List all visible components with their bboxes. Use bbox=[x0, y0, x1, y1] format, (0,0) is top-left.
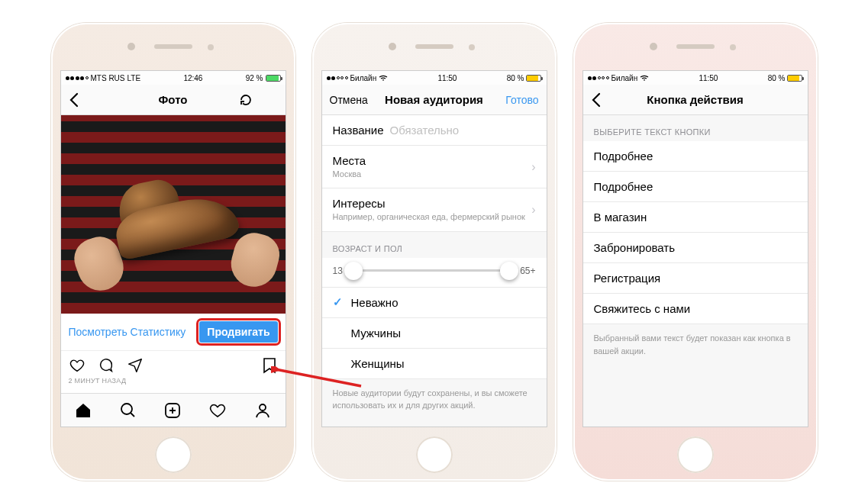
phone-frame-1: MTS RUS LTE 12:46 92 % Фото bbox=[51, 23, 295, 481]
carrier-label: Билайн bbox=[350, 74, 377, 82]
places-label: Места bbox=[333, 154, 366, 167]
option-row[interactable]: Подробнее bbox=[583, 141, 808, 172]
age-max: 65+ bbox=[520, 266, 535, 276]
option-label: Подробнее bbox=[594, 150, 653, 163]
option-row[interactable]: Забронировать bbox=[583, 233, 808, 263]
option-row[interactable]: Регистрация bbox=[583, 263, 808, 294]
home-button[interactable] bbox=[677, 436, 714, 473]
chevron-right-icon: › bbox=[531, 160, 535, 174]
name-label: Название bbox=[333, 124, 384, 137]
search-tab[interactable] bbox=[119, 401, 137, 420]
profile-tab[interactable] bbox=[253, 401, 272, 420]
carrier-label: Билайн bbox=[611, 74, 638, 82]
post-timestamp: 2 МИНУТ НАЗАД bbox=[61, 375, 286, 389]
share-icon[interactable] bbox=[127, 357, 144, 374]
interests-row[interactable]: Интересы Например, органическая еда, фер… bbox=[322, 188, 547, 231]
phone-frame-3: Билайн 11:50 80 % Кнопка действия ВЫБЕРИ… bbox=[573, 23, 818, 481]
tab-bar bbox=[61, 393, 286, 427]
activity-tab[interactable] bbox=[208, 401, 227, 420]
option-label: Забронировать bbox=[594, 241, 676, 254]
wifi-icon bbox=[640, 75, 649, 82]
nav-title: Новая аудитория bbox=[369, 93, 499, 106]
home-button[interactable] bbox=[155, 436, 192, 473]
like-icon[interactable] bbox=[69, 357, 86, 374]
interests-sub: Например, органическая еда, фермерский р… bbox=[333, 211, 525, 222]
age-gender-header: ВОЗРАСТ И ПОЛ bbox=[322, 232, 547, 258]
screen-2: Билайн 11:50 80 % Отмена Новая аудитория… bbox=[321, 70, 547, 427]
add-tab[interactable] bbox=[163, 401, 182, 420]
gender-female-row[interactable]: Женщины bbox=[322, 349, 547, 379]
places-sub: Москва bbox=[333, 169, 366, 179]
age-slider[interactable]: 13 65+ bbox=[322, 258, 547, 288]
back-button[interactable] bbox=[69, 92, 108, 108]
done-button[interactable]: Готово bbox=[499, 94, 539, 106]
section-header: ВЫБЕРИТЕ ТЕКСТ КНОПКИ bbox=[583, 115, 808, 141]
slider-thumb-max[interactable] bbox=[500, 262, 518, 280]
battery-icon bbox=[787, 75, 802, 82]
slider-thumb-min[interactable] bbox=[344, 262, 363, 280]
age-min: 13 bbox=[333, 266, 343, 276]
status-bar: MTS RUS LTE 12:46 92 % bbox=[61, 71, 286, 85]
nav-title: Фото bbox=[108, 93, 238, 106]
network-label: LTE bbox=[127, 74, 141, 82]
screen-1: MTS RUS LTE 12:46 92 % Фото bbox=[60, 70, 286, 427]
name-input[interactable] bbox=[390, 124, 536, 137]
carrier-label: MTS RUS bbox=[91, 74, 125, 82]
status-bar: Билайн 11:50 80 % bbox=[322, 71, 547, 85]
action-bar bbox=[61, 351, 286, 375]
screen-3: Билайн 11:50 80 % Кнопка действия ВЫБЕРИ… bbox=[582, 70, 808, 427]
option-row[interactable]: В магазин bbox=[583, 202, 808, 233]
battery-icon bbox=[266, 75, 281, 82]
nav-bar: Отмена Новая аудитория Готово bbox=[322, 85, 547, 115]
interests-label: Интересы bbox=[333, 197, 525, 210]
view-stats-link[interactable]: Посмотреть Статистику bbox=[69, 326, 186, 338]
promote-button[interactable]: Продвигать bbox=[199, 321, 277, 343]
bookmark-icon[interactable] bbox=[261, 357, 278, 374]
comment-icon[interactable] bbox=[98, 357, 115, 374]
battery-pct: 80 % bbox=[768, 74, 786, 82]
gender-male-row[interactable]: Мужчины bbox=[322, 318, 547, 349]
nav-bar: Фото bbox=[61, 85, 286, 115]
nav-title: Кнопка действия bbox=[631, 93, 760, 106]
option-label: В магазин bbox=[594, 211, 647, 224]
status-time: 11:50 bbox=[437, 74, 457, 82]
option-row[interactable]: Подробнее bbox=[583, 172, 808, 202]
option-label: Регистрация bbox=[594, 272, 661, 285]
battery-icon bbox=[526, 75, 541, 82]
svg-point-0 bbox=[121, 404, 132, 414]
gender-any-row[interactable]: Неважно bbox=[322, 288, 547, 318]
wifi-icon bbox=[379, 75, 388, 82]
option-label: Подробнее bbox=[594, 180, 653, 193]
battery-pct: 80 % bbox=[507, 74, 524, 82]
nav-bar: Кнопка действия bbox=[583, 85, 808, 115]
svg-point-2 bbox=[260, 404, 266, 410]
status-time: 12:46 bbox=[183, 74, 202, 82]
name-row[interactable]: Название bbox=[322, 115, 547, 146]
status-time: 11:50 bbox=[699, 74, 718, 82]
post-image[interactable] bbox=[61, 115, 286, 314]
footer-note: Новые аудитории будут сохранены, и вы см… bbox=[322, 379, 547, 420]
home-button[interactable] bbox=[416, 436, 453, 473]
slider-track[interactable] bbox=[349, 269, 514, 272]
chevron-right-icon: › bbox=[531, 203, 535, 217]
option-row[interactable]: Свяжитесь с нами bbox=[583, 294, 808, 324]
home-tab[interactable] bbox=[74, 401, 92, 420]
option-label: Свяжитесь с нами bbox=[594, 302, 691, 315]
cancel-button[interactable]: Отмена bbox=[330, 94, 369, 106]
battery-pct: 92 % bbox=[246, 74, 263, 82]
places-row[interactable]: Места Москва › bbox=[322, 146, 547, 188]
status-bar: Билайн 11:50 80 % bbox=[583, 71, 808, 85]
back-button[interactable] bbox=[591, 92, 631, 108]
phone-frame-2: Билайн 11:50 80 % Отмена Новая аудитория… bbox=[312, 23, 557, 481]
footer-note: Выбранный вами текст будет показан как к… bbox=[583, 324, 808, 365]
refresh-button[interactable] bbox=[238, 92, 278, 108]
